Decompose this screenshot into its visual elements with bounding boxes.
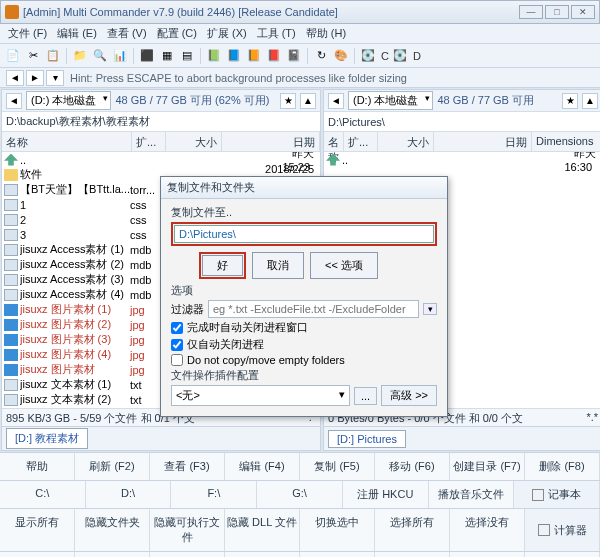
func-button[interactable]: 选择对没有 [300,552,375,557]
ok-button[interactable]: 好 [202,255,243,276]
func-button[interactable]: 显示所有 [0,509,75,551]
func-button[interactable]: 选择所有 [375,509,450,551]
left-path[interactable]: D:\backup\教程素材\教程素材 [2,112,320,132]
jpg-icon [4,334,18,346]
tool-copy-icon[interactable]: 📄 [4,47,22,65]
left-back-icon[interactable]: ◄ [6,93,22,109]
tool-icon[interactable]: 📊 [111,47,129,65]
tool-icon[interactable]: 🎨 [332,47,350,65]
filter-dropdown-icon[interactable]: ▾ [423,303,437,315]
plugin-label: 文件操作插件配置 [171,368,437,383]
menu-tools[interactable]: 工具 (T) [253,24,300,43]
tool-icon[interactable]: 📕 [265,47,283,65]
func-button[interactable]: 移动 (F6) [375,453,450,480]
tool-cut-icon[interactable]: ✂ [24,47,42,65]
func-button[interactable]: 删除 (F8) [525,453,600,480]
tool-icon[interactable]: 🔍 [91,47,109,65]
cancel-button[interactable]: 取消 [252,252,304,279]
left-drive-select[interactable]: (D:) 本地磁盘 [26,91,111,110]
tool-paste-icon[interactable]: 📋 [44,47,62,65]
nav-back-icon[interactable]: ◄ [6,70,24,86]
func-button[interactable]: 帮助 [0,453,75,480]
func-button[interactable]: 隐藏可执行文件 [150,509,225,551]
menu-config[interactable]: 配置 (C) [153,24,201,43]
dialog-title: 复制文件和文件夹 [161,177,447,199]
tool-icon[interactable]: ▦ [158,47,176,65]
func-button[interactable]: 复制 (F5) [300,453,375,480]
right-tab[interactable]: [D:] Pictures [328,430,406,448]
tool-icon[interactable]: 📙 [245,47,263,65]
tool-icon[interactable]: ↻ [312,47,330,65]
menu-view[interactable]: 查看 (V) [103,24,151,43]
func-button[interactable]: 创建目录 (F7) [450,453,525,480]
func-button[interactable]: 查看 (F3) [150,453,225,480]
func-button[interactable]: D:\ [86,481,172,508]
copy-dialog: 复制文件和文件夹 复制文件至.. 好 取消 << 选项 选项 过滤器 ▾ 完成时… [160,176,448,417]
tool-launcher[interactable]: 记事本 [514,481,600,508]
file-icon [4,379,18,391]
destination-input[interactable] [174,225,434,243]
filter-input[interactable] [208,300,419,318]
right-drive-select[interactable]: (D:) 本地磁盘 [348,91,433,110]
advanced-button[interactable]: 高级 >> [381,385,437,406]
left-column-header[interactable]: 名称 扩... 大小 日期 [2,132,320,152]
tool-icon[interactable]: ⬛ [138,47,156,65]
plugin-select[interactable]: <无> ▾ [171,385,350,406]
func-button[interactable]: 隐藏文件夹 [75,509,150,551]
file-icon [4,259,18,271]
right-up-icon[interactable]: ▲ [582,93,598,109]
drive-d-icon[interactable]: 💽 [391,47,409,65]
file-row[interactable]: ..昨天 16:30 [324,152,600,167]
right-column-header[interactable]: 名称 扩... 大小 日期 Dimensions [324,132,600,152]
left-tab[interactable]: [D:] 教程素材 [6,428,88,449]
drive-c-icon[interactable]: 💽 [359,47,377,65]
left-favorite-icon[interactable]: ★ [280,93,296,109]
file-icon [4,274,18,286]
func-button[interactable]: G:\ [257,481,343,508]
autoclose-checkbox[interactable] [171,322,183,334]
menu-help[interactable]: 帮助 (H) [302,24,350,43]
nav-hist-icon[interactable]: ▾ [46,70,64,86]
tool-icon[interactable]: ▤ [178,47,196,65]
tool-icon[interactable]: 📓 [285,47,303,65]
left-up-icon[interactable]: ▲ [300,93,316,109]
func-button[interactable]: 播放音乐文件 [429,481,515,508]
func-button[interactable]: F:\ [171,481,257,508]
menu-extensions[interactable]: 扩展 (X) [203,24,251,43]
func-button[interactable]: 显示所有 [0,552,75,557]
right-favorite-icon[interactable]: ★ [562,93,578,109]
close-button[interactable]: ✕ [571,5,595,19]
options-toggle-button[interactable]: << 选项 [310,252,378,279]
tool-icon[interactable]: 📗 [205,47,223,65]
menu-edit[interactable]: 编辑 (E) [53,24,101,43]
func-button[interactable]: 记住选择 [225,552,300,557]
maximize-button[interactable]: □ [545,5,569,19]
func-button[interactable] [525,552,600,557]
right-drive-info: 48 GB / 77 GB 可用 [437,93,534,108]
right-back-icon[interactable]: ◄ [328,93,344,109]
func-button[interactable]: 选择重复项 [375,552,450,557]
func-button[interactable]: 编辑 (F4) [225,453,300,480]
tool-launcher[interactable]: 计算器 [525,509,600,551]
menu-file[interactable]: 文件 (F) [4,24,51,43]
app-icon [538,524,550,536]
nav-fwd-icon[interactable]: ► [26,70,44,86]
plugin-browse-button[interactable]: ... [354,387,377,405]
func-button[interactable]: 选择照片 [150,552,225,557]
skip-empty-checkbox[interactable] [171,354,183,366]
func-button[interactable]: 选择没有 [450,509,525,551]
tool-icon[interactable]: 📁 [71,47,89,65]
titlebar: [Admin] Multi Commander v7.9 (build 2446… [0,0,600,24]
autoclose-only-checkbox[interactable] [171,339,183,351]
func-button[interactable]: 切换选中 [300,509,375,551]
right-path[interactable]: D:\Pictures\ [324,112,600,132]
tool-icon[interactable]: 📘 [225,47,243,65]
func-button[interactable]: 隐藏 DLL 文件 [225,509,300,551]
func-button[interactable] [450,552,525,557]
file-icon [4,184,18,196]
minimize-button[interactable]: — [519,5,543,19]
func-button[interactable]: 刷新 (F2) [75,453,150,480]
func-button[interactable]: 注册 HKCU [343,481,429,508]
func-button[interactable]: C:\ [0,481,86,508]
func-button[interactable]: 选择 MP3 文件 [75,552,150,557]
